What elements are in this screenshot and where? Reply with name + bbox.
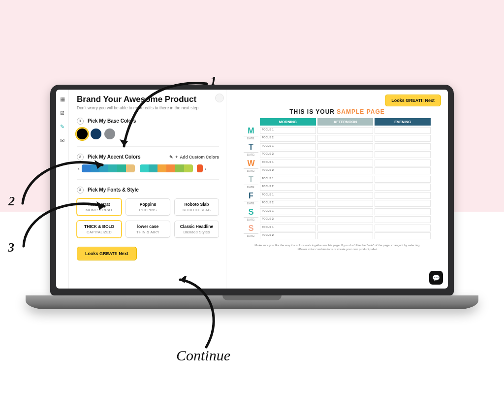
palette-tail[interactable] [197, 164, 203, 172]
sample-title: THIS IS YOUR SAMPLE PAGE [232, 108, 442, 115]
annotation-1: 1 [210, 74, 217, 89]
eyedropper-icon: ✎ [169, 155, 173, 160]
annotation-continue: Continue [176, 347, 230, 364]
day-row: WDATE: [244, 160, 431, 174]
base-color-swatch[interactable] [77, 129, 88, 139]
arrow-continue [164, 276, 233, 350]
font-option[interactable]: PoppinsPOPPINS [126, 198, 170, 216]
day-row: SDATE: [244, 225, 431, 239]
chat-icon[interactable]: 💬 [429, 271, 443, 285]
annotation-3: 3 [8, 240, 14, 255]
day-row: FDATE: [244, 192, 431, 207]
progress-badge-icon [215, 94, 224, 102]
col-afternoon: AFTERNOON [317, 118, 374, 126]
grid-icon[interactable]: ▦ [59, 96, 66, 102]
col-evening: EVENING [375, 118, 431, 126]
day-row: SDATE: [244, 208, 431, 223]
add-custom-colors[interactable]: ✎ + Add Custom Colors [169, 155, 219, 160]
step-number: 1 [77, 118, 84, 125]
laptop-frame: ▦ 🖹 ✎ ✉ Brand Your Awesome Product Don't… [50, 85, 454, 310]
mail-icon[interactable]: ✉ [59, 137, 66, 144]
app-screen: ▦ 🖹 ✎ ✉ Brand Your Awesome Product Don't… [56, 90, 448, 289]
base-color-swatch[interactable] [91, 129, 101, 139]
col-morning: MORNING [260, 118, 316, 126]
sample-note: Make sure you like the way the colors wo… [253, 243, 421, 251]
day-row: TDATE: [244, 143, 431, 158]
font-option[interactable]: Roboto SlabROBOTO SLAB [174, 198, 219, 216]
chevron-right-icon[interactable]: › [204, 165, 208, 171]
arrow-3 [20, 197, 108, 256]
plus-icon: + [175, 155, 178, 160]
font-option[interactable]: Classic HeadlineBlended Styles [174, 221, 219, 238]
right-panel: Looks GREAT!! Next THIS IS YOUR SAMPLE P… [226, 90, 448, 289]
palette-group-2[interactable] [140, 164, 193, 172]
font-option[interactable]: lower caseTHIN & AIRY [126, 221, 170, 238]
continue-button-top[interactable]: Looks GREAT!! Next [385, 95, 441, 106]
page-icon[interactable]: 🖹 [59, 109, 66, 116]
sample-planner: MORNING AFTERNOON EVENING MDATE:TDATE:WD… [244, 118, 431, 239]
day-row: MDATE: [244, 127, 431, 142]
base-color-swatch[interactable] [104, 129, 115, 139]
day-row: TDATE: [244, 176, 431, 191]
annotation-2: 2 [8, 194, 15, 209]
brand-icon[interactable]: ✎ [59, 123, 66, 130]
arrow-1 [118, 76, 212, 155]
laptop-base [26, 295, 478, 309]
